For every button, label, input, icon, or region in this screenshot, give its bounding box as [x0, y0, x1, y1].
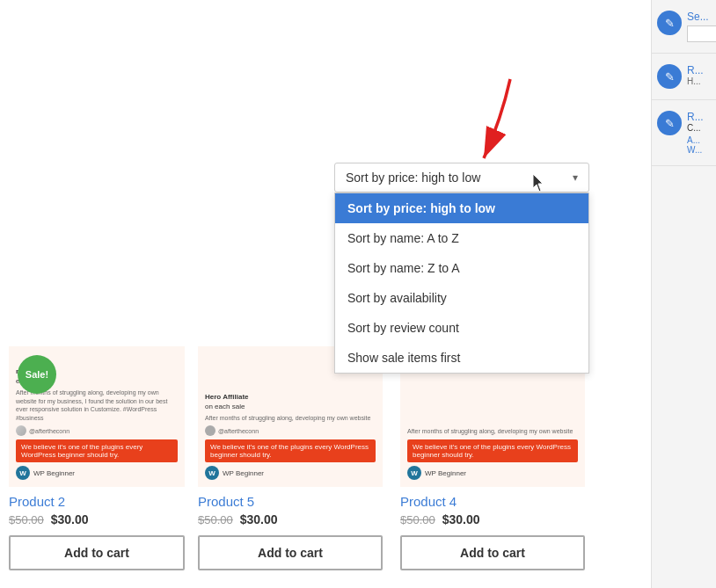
- sort-option-review-count[interactable]: Sort by review count: [335, 313, 588, 343]
- partial-product-sub-center: on each sale: [205, 403, 376, 410]
- sort-option-price-high-low[interactable]: Sort by price: high to low: [335, 193, 588, 223]
- sort-option-sale-first[interactable]: Show sale items first: [335, 343, 588, 373]
- product-price-sale-2: $30.00: [442, 512, 480, 526]
- product-price-sale-1: $30.00: [240, 512, 278, 526]
- sidebar-item-recent1[interactable]: ✎ R... H...: [652, 54, 716, 100]
- edit-icon-3: ✎: [657, 111, 682, 135]
- product-image-text-2: After months of struggling along, develo…: [407, 427, 578, 436]
- product-price-original-0: $50.00: [9, 513, 44, 526]
- edit-icon-1: ✎: [657, 11, 682, 35]
- sidebar-sublabel-2: H...: [687, 76, 704, 86]
- sort-select[interactable]: Sort by price: high to low ▾: [334, 163, 589, 192]
- product-card-partial-left: [0, 346, 9, 579]
- wp-label-1: WP Beginner: [223, 469, 264, 477]
- sort-option-name-a-z[interactable]: Sort by name: A to Z: [335, 223, 588, 253]
- sort-option-name-z-a[interactable]: Sort by name: Z to A: [335, 253, 588, 283]
- wp-icon-1: W: [205, 466, 219, 480]
- product-bar-2: We believe it's one of the plugins every…: [407, 439, 578, 462]
- wp-label-0: WP Beginner: [33, 469, 75, 477]
- sidebar-item-recent2[interactable]: ✎ R... C... A... W...: [652, 100, 716, 166]
- search-input[interactable]: [687, 25, 716, 42]
- product-price-original-1: $50.00: [198, 513, 233, 526]
- sidebar: ✎ Se... ✎ R... H... ✎ R... C... A... W..…: [651, 0, 716, 588]
- wp-icon-0: W: [16, 466, 30, 480]
- arrow-indicator: [453, 75, 532, 176]
- partial-product-name-center: Hero Affiliate: [205, 393, 376, 401]
- sidebar-label-2: R...: [687, 64, 704, 76]
- sidebar-label-3: R...: [687, 111, 711, 123]
- product-name-1: Product 5: [198, 494, 391, 509]
- product-name-2: Product 4: [400, 494, 594, 509]
- edit-icon-2: ✎: [657, 64, 682, 89]
- wp-icon-2: W: [407, 466, 421, 480]
- product-image-text-1: After months of struggling along, develo…: [205, 414, 376, 423]
- product-pricing-2: $50.00 $30.00: [400, 512, 594, 526]
- product-grid: Sale! ro Affiliate each sale After month…: [0, 346, 651, 579]
- sidebar-item-search[interactable]: ✎ Se...: [652, 0, 716, 54]
- product-price-original-2: $50.00: [400, 513, 435, 526]
- sort-selected-label: Sort by price: high to low: [346, 171, 480, 185]
- product-image-0: Sale! ro Affiliate each sale After month…: [9, 346, 185, 487]
- sort-chevron-icon: ▾: [573, 171, 578, 184]
- product-card-0: Sale! ro Affiliate each sale After month…: [9, 346, 198, 579]
- product-pricing-0: $50.00 $30.00: [9, 512, 189, 526]
- product-pricing-1: $50.00 $30.00: [198, 512, 391, 526]
- sidebar-sublabel-3: C...: [687, 123, 711, 133]
- add-to-cart-button-1[interactable]: Add to cart: [198, 535, 383, 570]
- sort-dropdown-container: Sort by price: high to low ▾ Sort by pri…: [334, 163, 589, 192]
- sidebar-label-1: Se...: [687, 11, 716, 23]
- product-price-sale-0: $30.00: [51, 512, 89, 526]
- product-bar-1: We believe it's one of the plugins every…: [205, 439, 376, 462]
- product-card-2: After months of struggling along, develo…: [400, 346, 603, 579]
- add-to-cart-button-2[interactable]: Add to cart: [400, 535, 585, 570]
- sort-option-availability[interactable]: Sort by availability: [335, 283, 588, 313]
- add-to-cart-button-0[interactable]: Add to cart: [9, 535, 185, 570]
- sort-options-list: Sort by price: high to lowSort by name: …: [334, 192, 589, 374]
- sidebar-link-3[interactable]: A... W...: [687, 135, 711, 155]
- sale-badge-0: Sale!: [18, 355, 56, 394]
- wp-label-2: WP Beginner: [425, 469, 466, 477]
- product-card-1: Hero Affiliate on each sale After months…: [198, 346, 400, 579]
- main-content: Sort by price: high to low ▾ Sort by pri…: [0, 0, 651, 588]
- product-bar-0: We believe it's one of the plugins every…: [16, 439, 178, 462]
- product-author-0: @aftertheconn: [29, 428, 69, 434]
- product-author-1: @aftertheconn: [218, 428, 259, 434]
- product-name-0: Product 2: [9, 494, 189, 509]
